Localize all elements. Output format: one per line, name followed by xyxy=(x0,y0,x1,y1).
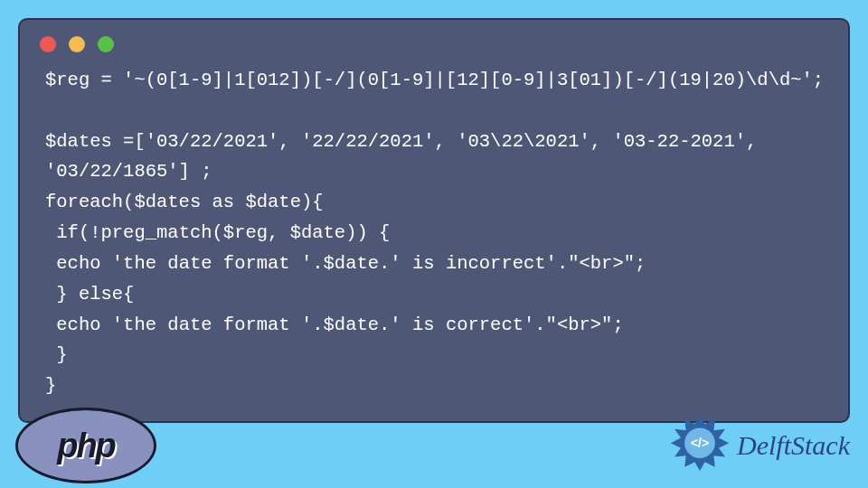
code-panel: $reg = '~(0[1-9]|1[012])[-/](0[1-9]|[12]… xyxy=(18,18,850,423)
php-logo-text: php xyxy=(57,427,115,465)
maximize-icon xyxy=(98,36,114,52)
code-line: } else{ xyxy=(45,284,134,305)
php-logo: php xyxy=(18,410,154,481)
code-line: echo 'the date format '.$date.' is incor… xyxy=(45,253,646,274)
code-line: foreach($dates as $date){ xyxy=(45,192,324,212)
footer: php </> DelftStack xyxy=(18,408,850,483)
window-controls xyxy=(20,20,848,61)
code-line: } xyxy=(45,344,68,365)
code-line: if(!preg_match($reg, $date)) { xyxy=(45,222,390,243)
close-icon xyxy=(40,36,56,52)
code-line: echo 'the date format '.$date.' is corre… xyxy=(45,314,624,335)
brand: </> DelftStack xyxy=(668,414,850,477)
code-line: $reg = '~(0[1-9]|1[012])[-/](0[1-9]|[12]… xyxy=(45,70,824,90)
minimize-icon xyxy=(69,36,85,52)
svg-text:</>: </> xyxy=(691,436,709,450)
code-line: } xyxy=(45,375,56,396)
code-line: $dates =['03/22/2021', '22/22/2021', '03… xyxy=(45,131,769,183)
brand-text: DelftStack xyxy=(737,430,850,461)
code-block: $reg = '~(0[1-9]|1[012])[-/](0[1-9]|[12]… xyxy=(20,61,848,405)
brand-badge-icon: </> xyxy=(668,414,731,477)
